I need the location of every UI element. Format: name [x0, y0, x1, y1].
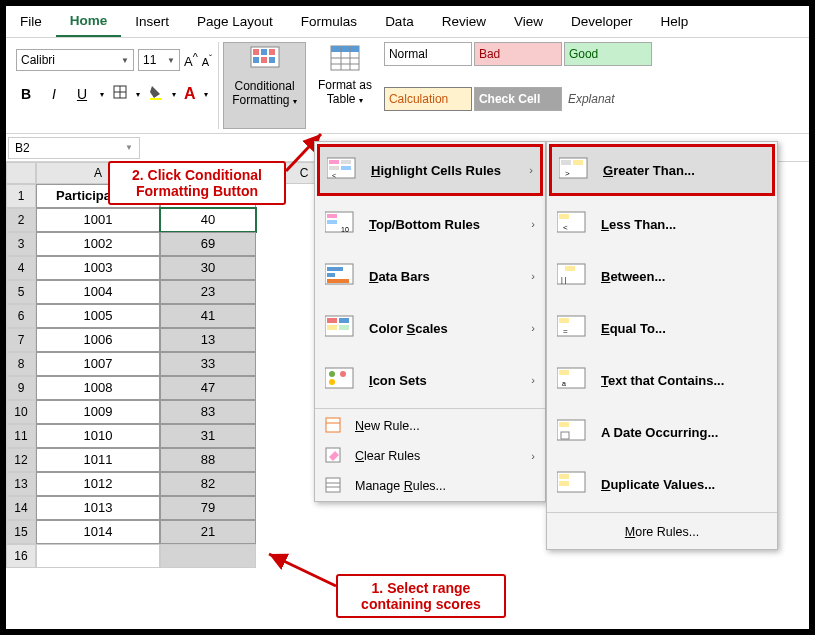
cell-B8[interactable]: 33 — [160, 352, 256, 376]
bold-button[interactable]: B — [16, 86, 36, 102]
row-header-11[interactable]: 11 — [6, 424, 36, 448]
cell-A12[interactable]: 1011 — [36, 448, 160, 472]
style-normal[interactable]: Normal — [384, 42, 472, 66]
menu-manage-rules[interactable]: Manage Rules... — [315, 471, 545, 501]
menu-top-bottom-rules[interactable]: 10 Top/Bottom Rules › — [315, 198, 545, 250]
decrease-font-icon[interactable]: Aˇ — [202, 53, 212, 68]
cell-A6[interactable]: 1005 — [36, 304, 160, 328]
cell-B4[interactable]: 30 — [160, 256, 256, 280]
select-all-corner[interactable] — [6, 162, 36, 184]
cell-A16[interactable] — [36, 544, 160, 568]
cell-B12[interactable]: 88 — [160, 448, 256, 472]
cell-B6[interactable]: 41 — [160, 304, 256, 328]
cell-B9[interactable]: 47 — [160, 376, 256, 400]
cell-A2[interactable]: 1001 — [36, 208, 160, 232]
menu-view[interactable]: View — [500, 6, 557, 37]
menu-between[interactable]: | | Between... — [547, 250, 777, 302]
menu-new-rule[interactable]: New Rule... — [315, 411, 545, 441]
underline-button[interactable]: U — [72, 86, 92, 102]
svg-rect-9 — [261, 57, 267, 63]
menu-page-layout[interactable]: Page Layout — [183, 6, 287, 37]
svg-rect-65 — [559, 422, 569, 427]
menu-help[interactable]: Help — [647, 6, 703, 37]
cell-A5[interactable]: 1004 — [36, 280, 160, 304]
cell-B13[interactable]: 82 — [160, 472, 256, 496]
conditional-formatting-icon — [249, 45, 281, 77]
fill-button[interactable] — [148, 84, 164, 104]
cell-A13[interactable]: 1012 — [36, 472, 160, 496]
cell-B10[interactable]: 83 — [160, 400, 256, 424]
font-name-combo[interactable]: Calibri▼ — [16, 49, 134, 71]
svg-rect-27 — [327, 220, 337, 224]
menu-color-scales[interactable]: Color Scales › — [315, 302, 545, 354]
italic-button[interactable]: I — [44, 86, 64, 102]
menu-highlight-cells-rules[interactable]: < Highlight Cells Rules › — [317, 144, 543, 196]
cell-A10[interactable]: 1009 — [36, 400, 160, 424]
cell-B14[interactable]: 79 — [160, 496, 256, 520]
cell-A3[interactable]: 1002 — [36, 232, 160, 256]
menu-date-occurring[interactable]: A Date Occurring... — [547, 406, 777, 458]
style-check-cell[interactable]: Check Cell — [474, 87, 562, 111]
menu-greater-than[interactable]: > Greater Than... — [549, 144, 775, 196]
menu-duplicate-values[interactable]: Duplicate Values... — [547, 458, 777, 510]
cell-B2[interactable]: 40 — [160, 208, 256, 232]
style-explanatory[interactable]: Explanat — [564, 87, 652, 111]
menu-insert[interactable]: Insert — [121, 6, 183, 37]
row-header-3[interactable]: 3 — [6, 232, 36, 256]
row-header-14[interactable]: 14 — [6, 496, 36, 520]
row-header-13[interactable]: 13 — [6, 472, 36, 496]
cell-B16[interactable] — [160, 544, 256, 568]
cell-B11[interactable]: 31 — [160, 424, 256, 448]
increase-font-icon[interactable]: A^ — [184, 51, 198, 69]
row-header-12[interactable]: 12 — [6, 448, 36, 472]
row-header-10[interactable]: 10 — [6, 400, 36, 424]
cell-A4[interactable]: 1003 — [36, 256, 160, 280]
style-bad[interactable]: Bad — [474, 42, 562, 66]
cell-A7[interactable]: 1006 — [36, 328, 160, 352]
menu-data-bars[interactable]: Data Bars › — [315, 250, 545, 302]
format-as-table-button[interactable]: Format asTable ▾ — [310, 42, 380, 129]
cell-B3[interactable]: 69 — [160, 232, 256, 256]
menu-review[interactable]: Review — [428, 6, 500, 37]
menu-clear-rules[interactable]: Clear Rules › — [315, 441, 545, 471]
cell-styles-gallery[interactable]: Normal Bad Good Calculation Check Cell E… — [384, 42, 664, 129]
cell-A9[interactable]: 1008 — [36, 376, 160, 400]
icon-sets-icon — [325, 366, 357, 394]
chevron-right-icon: › — [529, 164, 533, 176]
menu-file[interactable]: File — [6, 6, 56, 37]
cell-B5[interactable]: 23 — [160, 280, 256, 304]
row-header-2[interactable]: 2 — [6, 208, 36, 232]
border-button[interactable] — [112, 84, 128, 104]
row-header-5[interactable]: 5 — [6, 280, 36, 304]
row-header-1[interactable]: 1 — [6, 184, 36, 208]
menu-developer[interactable]: Developer — [557, 6, 647, 37]
row-header-6[interactable]: 6 — [6, 304, 36, 328]
style-calculation[interactable]: Calculation — [384, 87, 472, 111]
row-header-9[interactable]: 9 — [6, 376, 36, 400]
row-header-15[interactable]: 15 — [6, 520, 36, 544]
row-header-4[interactable]: 4 — [6, 256, 36, 280]
row-header-7[interactable]: 7 — [6, 328, 36, 352]
menu-less-than[interactable]: < Less Than... — [547, 198, 777, 250]
svg-text:| |: | | — [561, 276, 567, 284]
menu-data[interactable]: Data — [371, 6, 428, 37]
cell-A15[interactable]: 1014 — [36, 520, 160, 544]
style-good[interactable]: Good — [564, 42, 652, 66]
conditional-formatting-button[interactable]: ConditionalFormatting ▾ — [223, 42, 306, 129]
cell-A8[interactable]: 1007 — [36, 352, 160, 376]
row-header-8[interactable]: 8 — [6, 352, 36, 376]
menu-icon-sets[interactable]: Icon Sets › — [315, 354, 545, 406]
menu-home[interactable]: Home — [56, 6, 122, 37]
menu-formulas[interactable]: Formulas — [287, 6, 371, 37]
cell-B7[interactable]: 13 — [160, 328, 256, 352]
row-header-16[interactable]: 16 — [6, 544, 36, 568]
cell-A14[interactable]: 1013 — [36, 496, 160, 520]
menu-equal-to[interactable]: = Equal To... — [547, 302, 777, 354]
cell-B15[interactable]: 21 — [160, 520, 256, 544]
font-color-button[interactable]: A — [184, 85, 196, 103]
name-box[interactable]: B2▼ — [8, 137, 140, 159]
menu-more-rules[interactable]: More Rules... — [547, 515, 777, 549]
menu-text-contains[interactable]: a Text that Contains... — [547, 354, 777, 406]
font-size-combo[interactable]: 11▼ — [138, 49, 180, 71]
cell-A11[interactable]: 1010 — [36, 424, 160, 448]
